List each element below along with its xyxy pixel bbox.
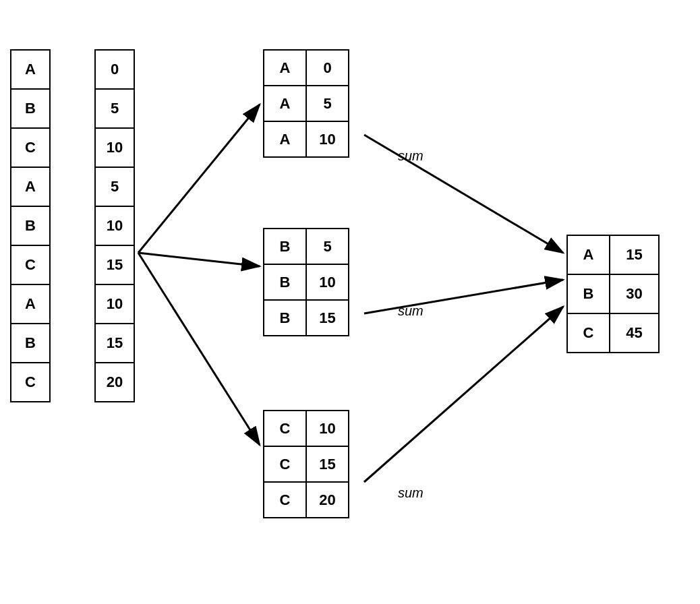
split-a-cell-0-0: A: [263, 49, 307, 86]
split-b-row-0: B5: [263, 229, 349, 265]
key-cell-3: A: [10, 167, 51, 207]
key-cell-1: B: [10, 88, 51, 129]
split-a-cell-0-1: 0: [305, 49, 349, 86]
data-cell-2: 10: [94, 127, 135, 168]
split-table-c: C10C15C20: [263, 411, 349, 518]
svg-line-2: [138, 253, 260, 266]
key-cell-6: A: [10, 284, 51, 324]
split-b-cell-1-1: 10: [305, 264, 349, 301]
split-b-cell-0-1: 5: [305, 228, 349, 265]
data-cell-1: 5: [94, 88, 135, 129]
split-b-row-2: B15: [263, 301, 349, 336]
data-cell-0: 0: [94, 49, 135, 90]
result-row-1: B30: [566, 275, 660, 314]
key-cell-4: B: [10, 206, 51, 246]
split-c-row-0: C10: [263, 411, 349, 447]
split-a-row-2: A10: [263, 122, 349, 158]
svg-line-1: [138, 104, 260, 253]
split-c-cell-2-0: C: [263, 481, 307, 518]
split-a-row-1: A5: [263, 86, 349, 122]
result-cell-2-1: 45: [609, 313, 660, 353]
split-c-row-2: C20: [263, 483, 349, 518]
split-b-cell-1-0: B: [263, 264, 307, 301]
key-cell-5: C: [10, 245, 51, 285]
diagram-container: ABCABCABC 051051015101520 A0A5A10 B5B10B…: [0, 0, 700, 604]
data-cell-4: 10: [94, 206, 135, 246]
key-cell-2: C: [10, 127, 51, 168]
split-b-cell-2-0: B: [263, 299, 307, 336]
split-c-row-1: C15: [263, 447, 349, 483]
key-cell-7: B: [10, 323, 51, 363]
result-cell-0-0: A: [566, 235, 610, 275]
split-b-cell-2-1: 15: [305, 299, 349, 336]
key-cell-0: A: [10, 49, 51, 90]
split-a-cell-1-0: A: [263, 85, 307, 122]
split-c-cell-1-0: C: [263, 446, 307, 483]
result-cell-0-1: 15: [609, 235, 660, 275]
split-table-b: B5B10B15: [263, 229, 349, 336]
data-table: 051051015101520: [94, 51, 135, 402]
split-a-cell-1-1: 5: [305, 85, 349, 122]
result-row-2: C45: [566, 314, 660, 353]
data-cell-8: 20: [94, 362, 135, 402]
result-cell-1-1: 30: [609, 274, 660, 314]
split-a-cell-2-1: 10: [305, 121, 349, 158]
result-cell-2-0: C: [566, 313, 610, 353]
split-c-cell-2-1: 20: [305, 481, 349, 518]
split-b-row-1: B10: [263, 265, 349, 301]
result-row-0: A15: [566, 236, 660, 275]
split-c-cell-0-0: C: [263, 410, 307, 447]
key-cell-8: C: [10, 362, 51, 402]
split-c-cell-0-1: 10: [305, 410, 349, 447]
data-cell-7: 15: [94, 323, 135, 363]
svg-line-5: [364, 280, 563, 313]
sum-label-a: sum: [398, 148, 424, 164]
key-table: ABCABCABC: [10, 51, 51, 402]
svg-line-4: [364, 135, 563, 253]
sum-label-c: sum: [398, 485, 424, 501]
svg-line-3: [138, 253, 260, 445]
split-c-cell-1-1: 15: [305, 446, 349, 483]
result-table: A15B30C45: [566, 236, 660, 353]
split-b-cell-0-0: B: [263, 228, 307, 265]
data-cell-5: 15: [94, 245, 135, 285]
result-cell-1-0: B: [566, 274, 610, 314]
sum-label-b: sum: [398, 303, 424, 319]
split-a-cell-2-0: A: [263, 121, 307, 158]
data-cell-3: 5: [94, 167, 135, 207]
split-table-a: A0A5A10: [263, 51, 349, 158]
data-cell-6: 10: [94, 284, 135, 324]
split-a-row-0: A0: [263, 51, 349, 86]
svg-line-6: [364, 307, 563, 482]
